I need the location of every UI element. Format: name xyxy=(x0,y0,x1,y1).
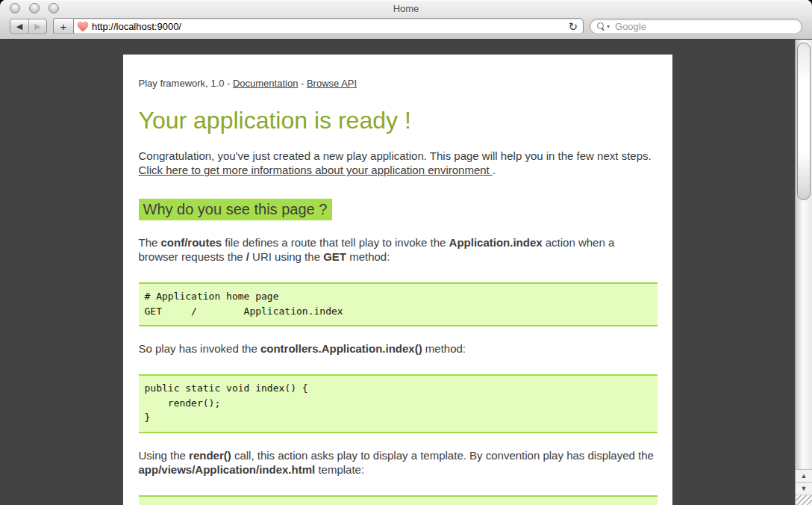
browser-chrome: Home ◀ ▶ + http: xyxy=(0,0,812,40)
invoked-paragraph: So play has invoked the controllers.Appl… xyxy=(139,341,658,356)
text-span: call, this action asks play to display a… xyxy=(231,449,654,462)
template-paragraph: Using the render() call, this action ask… xyxy=(139,448,658,477)
text-span: So play has invoked the xyxy=(139,342,260,355)
text-span: template: xyxy=(315,463,364,476)
browser-window: Home ◀ ▶ + http: xyxy=(0,0,812,505)
routes-code-block: # Application home page GET / Applicatio… xyxy=(139,282,658,326)
add-bookmark-button[interactable]: + xyxy=(53,18,73,34)
minimize-button[interactable] xyxy=(29,3,40,13)
address-bar[interactable]: http://localhost:9000/ ↻ xyxy=(73,18,584,34)
scrollbar-thumb[interactable] xyxy=(797,43,811,200)
section-heading: Why do you see this page ? xyxy=(139,199,333,220)
zoom-button[interactable] xyxy=(49,3,59,13)
emphasis-text: render() xyxy=(189,449,231,462)
search-input[interactable]: ▾ Google xyxy=(590,19,802,34)
heart-favicon-icon xyxy=(77,21,89,32)
url-text[interactable]: http://localhost:9000/ xyxy=(92,21,181,32)
inline-link[interactable]: Browse API xyxy=(307,78,357,89)
title-bar[interactable]: Home xyxy=(0,0,812,16)
text-span: . xyxy=(493,164,496,176)
emphasis-text: GET xyxy=(323,250,346,263)
search-icon xyxy=(597,22,605,30)
text-span: - xyxy=(298,78,307,89)
page-viewport: Play framework, 1.0 - Documentation - Br… xyxy=(0,40,812,505)
scroll-up-button[interactable]: ▲ xyxy=(796,469,812,482)
back-button[interactable]: ◀ xyxy=(10,19,28,34)
text-span: file defines a route that tell play to i… xyxy=(222,236,449,249)
search-dropdown-icon[interactable]: ▾ xyxy=(607,23,610,30)
text-span: The xyxy=(139,236,161,249)
text-span: method: xyxy=(422,342,466,355)
window-resize-grip[interactable] xyxy=(796,495,812,505)
text-span: Play framework, 1.0 - xyxy=(139,78,233,89)
refresh-icon[interactable]: ↻ xyxy=(568,21,578,32)
emphasis-text: app/views/Application/index.html xyxy=(139,463,316,476)
emphasis-text: conf/routes xyxy=(161,236,222,249)
template-code-block: #{extends 'main.html' /} #{set title:'Ho… xyxy=(139,495,658,505)
text-span: URI using the xyxy=(249,250,323,263)
history-nav-group: ◀ ▶ xyxy=(10,19,47,34)
play-welcome-page: Play framework, 1.0 - Documentation - Br… xyxy=(123,55,672,505)
emphasis-text: Application.index xyxy=(449,236,543,249)
search-placeholder: Google xyxy=(615,21,646,32)
routes-paragraph: The conf/routes file defines a route tha… xyxy=(139,235,658,264)
inline-link[interactable]: Documentation xyxy=(233,78,298,89)
text-span: Congratulation, you've just created a ne… xyxy=(139,149,652,162)
browser-toolbar: ◀ ▶ + http://localhost:9000/ ↻ xyxy=(0,16,812,39)
text-span: method: xyxy=(346,250,390,263)
window-title: Home xyxy=(393,3,419,14)
forward-button[interactable]: ▶ xyxy=(28,19,46,34)
page-background: Play framework, 1.0 - Documentation - Br… xyxy=(0,40,795,505)
close-button[interactable] xyxy=(10,3,20,13)
scroll-down-button[interactable]: ▼ xyxy=(796,482,812,495)
breadcrumb: Play framework, 1.0 - Documentation - Br… xyxy=(139,76,658,90)
intro-paragraph: Congratulation, you've just created a ne… xyxy=(139,149,658,177)
page-title: Your application is ready ! xyxy=(139,108,658,134)
inline-link[interactable]: Click here to get more informations abou… xyxy=(139,164,493,176)
emphasis-text: controllers.Application.index() xyxy=(260,342,422,355)
address-bar-group: + http://localhost:9000/ ↻ xyxy=(53,18,584,34)
scrollbar-arrows: ▲ ▼ xyxy=(796,469,812,495)
vertical-scrollbar[interactable]: ▲ ▼ xyxy=(795,40,812,505)
action-code-block: public static void index() { render(); } xyxy=(139,374,658,433)
window-controls xyxy=(10,3,59,13)
text-span: Using the xyxy=(139,449,190,462)
